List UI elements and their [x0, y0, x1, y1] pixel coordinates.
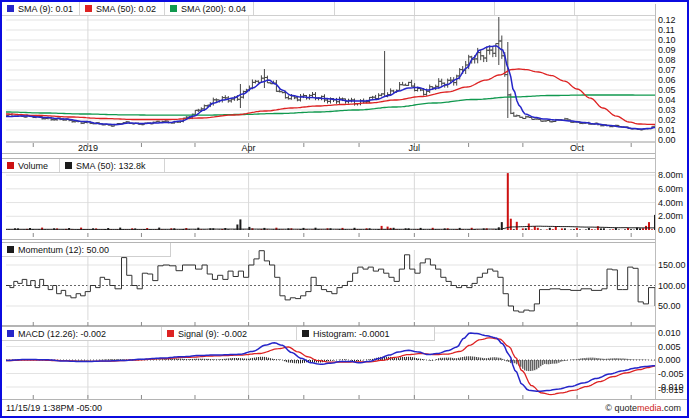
histogram-swatch — [302, 330, 309, 337]
sma200-swatch — [170, 5, 177, 12]
momentum-swatch — [7, 246, 14, 253]
x-axis-label: Jul — [394, 143, 434, 153]
legend-volume-sma: SMA (50): 132.8k — [60, 159, 165, 172]
volume-grid — [6, 171, 655, 237]
y-axis-label: 0.005 — [658, 342, 681, 352]
price-candles[interactable] — [6, 17, 655, 130]
price-legend: SMA (9): 0.01 SMA (50): 0.02 SMA (200): … — [2, 2, 655, 16]
legend-sma50: SMA (50): 0.02 — [80, 2, 165, 15]
legend-sma200-label: SMA (200): 0.04 — [181, 4, 246, 14]
legend-macd: MACD (12.26): -0.002 — [2, 327, 162, 340]
y-axis-label: 0.00 — [658, 135, 676, 145]
sma9-line — [6, 46, 655, 129]
y-axis-label: 0.06 — [658, 75, 676, 85]
macd-swatch — [7, 330, 14, 337]
x-axis-label: Apr — [229, 143, 269, 153]
legend-volume-sma-label: SMA (50): 132.8k — [76, 161, 146, 171]
y-axis-label: 0.05 — [658, 85, 676, 95]
y-axis-label: -0.015 — [658, 385, 684, 395]
y-axis-label: 4.00m — [658, 198, 683, 208]
volume-sma-swatch — [65, 162, 72, 169]
y-axis-label: 0.02 — [658, 115, 676, 125]
x-axis-label: Oct — [557, 143, 597, 153]
momentum-legend: Momentum (12): 50.00 — [2, 243, 171, 257]
legend-sma9-label: SMA (9): 0.01 — [18, 4, 73, 14]
legend-momentum: Momentum (12): 50.00 — [2, 243, 170, 256]
volume-sma-line — [6, 226, 655, 229]
y-axis-label: 2.00m — [658, 211, 683, 221]
legend-macd-label: MACD (12.26): -0.002 — [18, 329, 106, 339]
momentum-grid — [6, 250, 655, 326]
status-bar: 11/15/19 1:38PM -05:00 © quotemedia.com — [2, 399, 687, 417]
quote-timestamp: 11/15/19 1:38PM -05:00 — [6, 403, 102, 413]
legend-histogram-label: Histogram: -0.0001 — [313, 329, 390, 339]
x-axis-label: 2019 — [68, 143, 108, 153]
y-axis-label: 0.01 — [658, 125, 676, 135]
y-axis-label: 0.10 — [658, 35, 676, 45]
signal-swatch — [167, 330, 174, 337]
y-axis-label: 150.00 — [658, 260, 686, 270]
y-axis-label: -0.005 — [658, 369, 684, 379]
macd-legend: MACD (12.26): -0.002 Signal (9): -0.002 … — [2, 327, 435, 341]
legend-histogram: Histogram: -0.0001 — [297, 327, 434, 340]
legend-momentum-label: Momentum (12): 50.00 — [18, 245, 109, 255]
stock-chart-widget: SMA (9): 0.01 SMA (50): 0.02 SMA (200): … — [0, 0, 689, 418]
legend-volume-label: Volume — [18, 161, 48, 171]
y-axis-label: 0.09 — [658, 45, 676, 55]
volume-swatch — [7, 162, 14, 169]
y-axis-label: 6.00m — [658, 184, 683, 194]
quotemedia-credit[interactable]: © quotemedia.com — [605, 403, 681, 413]
legend-sma9: SMA (9): 0.01 — [2, 2, 80, 15]
y-axis-label: 100.00 — [658, 281, 686, 291]
legend-volume: Volume — [2, 159, 60, 172]
y-axis-label: 0.12 — [658, 15, 676, 25]
momentum-line[interactable] — [6, 251, 655, 312]
sma50-line — [6, 69, 655, 125]
sma9-swatch — [7, 5, 14, 12]
y-axis-label: 0.00 — [658, 225, 676, 235]
y-axis-label: 0.000 — [658, 355, 681, 365]
sma50-swatch — [85, 5, 92, 12]
y-axis-label: 0.03 — [658, 105, 676, 115]
volume-legend: Volume SMA (50): 132.8k — [2, 159, 655, 173]
legend-sma200: SMA (200): 0.04 — [165, 2, 254, 15]
y-axis-label: 8.00m — [658, 170, 683, 180]
legend-sma50-label: SMA (50): 0.02 — [96, 4, 156, 14]
y-axis-label: 0.04 — [658, 95, 676, 105]
y-axis-label: 0.11 — [658, 25, 675, 35]
y-axis-label: 0.010 — [658, 328, 681, 338]
y-axis-label: 0.07 — [658, 65, 676, 75]
y-axis-label: 0.08 — [658, 55, 676, 65]
legend-signal: Signal (9): -0.002 — [162, 327, 297, 340]
legend-signal-label: Signal (9): -0.002 — [178, 329, 247, 339]
axis-gutter-divider — [655, 4, 656, 401]
volume-bars[interactable] — [6, 173, 655, 230]
price-grid — [6, 15, 655, 147]
y-axis-label: 50.00 — [658, 301, 681, 311]
